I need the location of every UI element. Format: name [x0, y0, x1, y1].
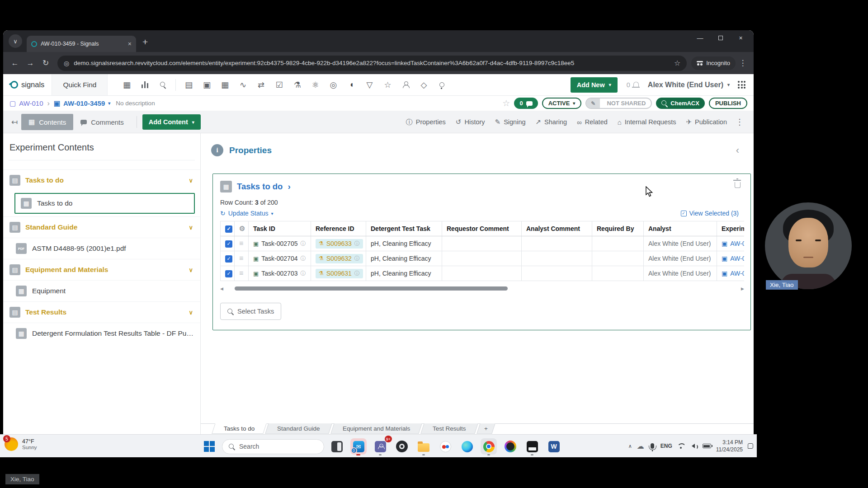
window-minimize-button[interactable]: —	[690, 30, 710, 46]
scrollbar-thumb[interactable]	[235, 286, 508, 291]
calculator-icon[interactable]: ▦	[118, 78, 136, 92]
select-all-checkbox[interactable]: ✓	[225, 225, 232, 233]
clipboard-icon[interactable]: ▣	[198, 78, 216, 92]
word-icon[interactable]: W	[545, 437, 563, 455]
address-bar[interactable]: ◎ demo.signalsresearch.revvitycloud.com/…	[57, 56, 687, 71]
site-info-icon[interactable]: ◎	[64, 60, 69, 67]
weather-widget[interactable]: 5 47°F Sunny	[5, 437, 37, 451]
breadcrumb-current[interactable]: ▣ AW-010-3459 ▾	[54, 99, 110, 108]
volume-icon[interactable]	[689, 444, 695, 448]
reference-link[interactable]: ⚗S009631ⓘ	[316, 269, 363, 278]
chevron-down-icon[interactable]: ∨	[189, 309, 193, 316]
reference-link[interactable]: ⚗S009632ⓘ	[316, 254, 363, 263]
column-header[interactable]: Requestor Comment	[442, 221, 522, 236]
clock[interactable]: 3:14 PM 11/24/2025	[716, 439, 743, 453]
window-maximize-button[interactable]	[710, 30, 731, 46]
lightbulb-icon[interactable]	[433, 78, 451, 92]
battery-icon[interactable]	[703, 444, 711, 448]
file-explorer-icon[interactable]	[415, 437, 433, 455]
chevron-down-icon[interactable]: ∨	[189, 267, 193, 273]
chevron-down-icon[interactable]: ∨	[189, 224, 193, 231]
sheet-tab-tasks-to-do[interactable]: Tasks to do	[212, 423, 267, 434]
info-icon[interactable]: ⓘ	[300, 255, 306, 263]
browser-menu-icon[interactable]: ⋮	[736, 57, 749, 70]
calendar-icon[interactable]: ▦	[216, 78, 234, 92]
update-status-button[interactable]: ↻ Update Status ▾	[220, 210, 274, 217]
publish-button[interactable]: PUBLISH	[709, 98, 747, 109]
tray-expand-icon[interactable]: ∧	[628, 443, 632, 449]
star-icon[interactable]: ☆	[378, 78, 396, 92]
view-selected-button[interactable]: ✓ View Selected (3)	[681, 210, 739, 217]
media-disc-app-icon[interactable]	[501, 437, 519, 455]
status-badge[interactable]: ACTIVE ▾	[542, 98, 582, 109]
add-new-button[interactable]: Add New▾	[571, 77, 618, 93]
sidebar-item-results-table[interactable]: ▦ Detergent Formulation Test Results Tab…	[3, 323, 200, 344]
chrome-icon[interactable]	[480, 437, 498, 455]
cube-icon[interactable]: ◇	[415, 78, 433, 92]
horizontal-scrollbar[interactable]: ◀ ▶	[220, 286, 744, 291]
column-header[interactable]: Reference ID	[311, 221, 366, 236]
publication-button[interactable]: ✈Publication	[686, 118, 727, 126]
column-header[interactable]: Analyst Comment	[522, 221, 592, 236]
line-chart-icon[interactable]: ∿	[234, 78, 252, 92]
column-header[interactable]: Analyst	[644, 221, 717, 236]
tab-contents[interactable]: ▦ Contents	[21, 114, 73, 130]
wifi-icon[interactable]	[677, 443, 684, 449]
back-button[interactable]: ←	[8, 56, 22, 70]
onedrive-cloud-icon[interactable]: ☁	[637, 442, 644, 450]
window-close-button[interactable]: ×	[731, 30, 751, 46]
language-indicator[interactable]: ENG	[660, 443, 672, 449]
sidebar-section-equipment-and-materials[interactable]: ▤ Equipment and Materials ∨	[3, 259, 200, 280]
sidebar-section-test-results[interactable]: ▤ Test Results ∨	[3, 301, 200, 323]
add-sheet-tab-button[interactable]: +	[476, 423, 495, 434]
recorder-app-icon[interactable]	[523, 437, 541, 455]
row-checkbox[interactable]: ✓	[225, 270, 232, 277]
internal-requests-button[interactable]: ⌂Internal Requests	[618, 118, 676, 126]
teams-icon[interactable]: 9+	[371, 437, 389, 455]
microphone-icon[interactable]	[651, 443, 654, 449]
forward-button[interactable]: →	[23, 56, 38, 70]
person-icon[interactable]	[396, 78, 415, 92]
experiment-link[interactable]: ▣AW-01	[722, 270, 744, 277]
column-header[interactable]: Experim	[717, 221, 745, 236]
tab-close-icon[interactable]: ×	[128, 40, 132, 47]
ring-app-icon[interactable]	[393, 437, 411, 455]
drag-handle-icon[interactable]: ≡	[239, 269, 243, 277]
bar-chart-icon[interactable]	[136, 78, 154, 92]
drag-handle-icon[interactable]: ≡	[239, 239, 243, 247]
breadcrumb-parent[interactable]: ▢ AW-010	[9, 99, 43, 108]
tab-comments[interactable]: Comments	[73, 118, 131, 126]
not-shared-badge[interactable]: ✎ NOT SHARED	[585, 98, 652, 109]
history-button[interactable]: ↺History	[456, 118, 485, 126]
experiment-link[interactable]: ▣AW-01	[722, 240, 744, 247]
sheet-tab-equipment-and-materials[interactable]: Equipment and Materials	[330, 423, 422, 434]
sharing-button[interactable]: ↗Sharing	[536, 118, 567, 126]
info-icon[interactable]: ⓘ	[354, 255, 360, 263]
tasks-panel-title[interactable]: Tasks to do	[237, 182, 283, 192]
sidebar-section-tasks-to-do[interactable]: ▤ Tasks to do ∨	[3, 169, 200, 191]
sheet-tab-standard-guide[interactable]: Standard Guide	[265, 423, 332, 434]
laptop-app-icon[interactable]	[328, 437, 346, 455]
related-button[interactable]: ∞Related	[577, 118, 608, 126]
properties-button[interactable]: ⓘProperties	[406, 118, 446, 127]
info-icon[interactable]: ⓘ	[354, 240, 360, 248]
round-app-icon[interactable]	[436, 437, 454, 455]
open-table-arrow-icon[interactable]: ›	[288, 182, 290, 192]
new-tab-button[interactable]: +	[142, 37, 148, 47]
quick-find-button[interactable]: Quick Find	[52, 74, 108, 95]
lab-flask-icon[interactable]: ⚗	[288, 78, 306, 92]
chat-shuffle-icon[interactable]: ⇄	[252, 78, 270, 92]
refresh-button[interactable]: ↻	[38, 56, 53, 70]
outlook-icon[interactable]: ✉0	[349, 437, 368, 455]
user-menu[interactable]: Alex White (End User) ▾	[648, 81, 730, 89]
table-row[interactable]: ✓ ≡ ▣Task-002705ⓘ ⚗S009633ⓘ pH, Cleaning…	[221, 236, 745, 251]
tab-search-button[interactable]: ∨	[9, 34, 22, 48]
app-grid-icon[interactable]	[738, 81, 745, 89]
participant-video-tile[interactable]: Xie, Tiao	[765, 202, 854, 293]
sidebar-section-standard-guide[interactable]: ▤ Standard Guide ∨	[3, 216, 200, 238]
reference-link[interactable]: ⚗S009633ⓘ	[316, 239, 363, 249]
scroll-right-icon[interactable]: ▶	[741, 286, 744, 291]
taskbar-search[interactable]: Search	[222, 439, 324, 454]
collapse-panel-icon[interactable]: ‹	[736, 145, 739, 156]
select-tasks-button[interactable]: Select Tasks	[220, 303, 281, 320]
